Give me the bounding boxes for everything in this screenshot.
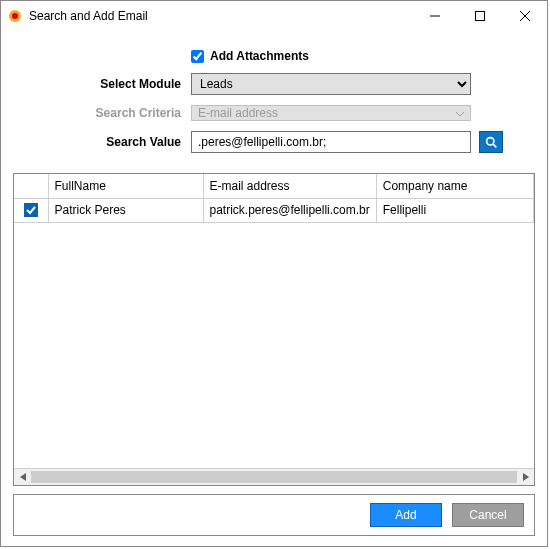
column-checkbox[interactable] — [14, 174, 48, 198]
search-button[interactable] — [479, 131, 503, 153]
cancel-button[interactable]: Cancel — [452, 503, 524, 527]
check-icon — [26, 205, 36, 215]
select-module-label: Select Module — [31, 77, 191, 91]
search-icon — [485, 136, 498, 149]
app-icon — [7, 8, 23, 24]
row-checkbox[interactable] — [24, 203, 38, 217]
chevron-down-icon — [456, 106, 464, 120]
svg-point-1 — [12, 13, 18, 19]
cell-fullname: Patrick Peres — [48, 198, 203, 222]
cell-email: patrick.peres@fellipelli.com.br — [203, 198, 376, 222]
scroll-right-arrow[interactable] — [517, 469, 534, 485]
row-add-attachments: Add Attachments — [31, 49, 517, 63]
form-area: Add Attachments Select Module Leads Sear… — [11, 31, 537, 167]
table-header-row: FullName E-mail address Company name — [14, 174, 534, 198]
results-table: FullName E-mail address Company name Pat… — [14, 174, 534, 223]
search-criteria-dropdown: E-mail address — [191, 105, 471, 121]
horizontal-scrollbar[interactable] — [14, 468, 534, 485]
window-controls — [412, 1, 547, 31]
minimize-button[interactable] — [412, 1, 457, 31]
maximize-button[interactable] — [457, 1, 502, 31]
row-search-criteria: Search Criteria E-mail address — [31, 105, 517, 121]
add-button[interactable]: Add — [370, 503, 442, 527]
scroll-left-arrow[interactable] — [14, 469, 31, 485]
column-fullname[interactable]: FullName — [48, 174, 203, 198]
results-grid: FullName E-mail address Company name Pat… — [13, 173, 535, 486]
add-attachments-checkbox-label[interactable]: Add Attachments — [191, 49, 309, 63]
svg-line-7 — [493, 144, 496, 147]
column-email[interactable]: E-mail address — [203, 174, 376, 198]
window-title: Search and Add Email — [29, 9, 412, 23]
footer: Add Cancel — [13, 494, 535, 536]
close-button[interactable] — [502, 1, 547, 31]
content-area: Add Attachments Select Module Leads Sear… — [1, 31, 547, 546]
scroll-track[interactable] — [31, 471, 517, 483]
column-company[interactable]: Company name — [376, 174, 533, 198]
grid-empty-area — [14, 223, 534, 469]
row-checkbox-cell[interactable] — [14, 198, 48, 222]
svg-rect-3 — [475, 12, 484, 21]
titlebar: Search and Add Email — [1, 1, 547, 31]
table-row[interactable]: Patrick Peres patrick.peres@fellipelli.c… — [14, 198, 534, 222]
dialog-window: Search and Add Email Add Attachments — [0, 0, 548, 547]
row-select-module: Select Module Leads — [31, 73, 517, 95]
svg-point-6 — [486, 137, 493, 144]
add-attachments-checkbox[interactable] — [191, 50, 204, 63]
row-search-value: Search Value — [31, 131, 517, 153]
search-value-input[interactable] — [191, 131, 471, 153]
add-attachments-text: Add Attachments — [210, 49, 309, 63]
search-value-label: Search Value — [31, 135, 191, 149]
search-criteria-label: Search Criteria — [31, 106, 191, 120]
search-criteria-value: E-mail address — [198, 106, 278, 120]
select-module-dropdown[interactable]: Leads — [191, 73, 471, 95]
cell-company: Fellipelli — [376, 198, 533, 222]
